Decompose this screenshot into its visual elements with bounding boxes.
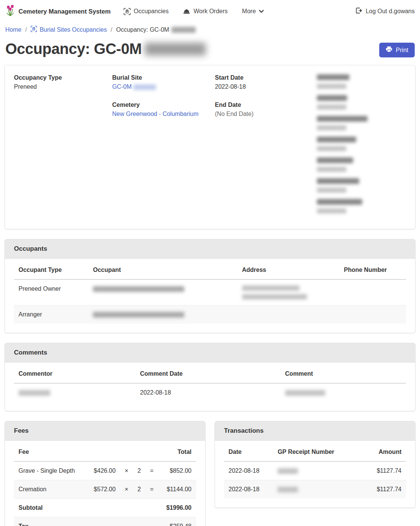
redacted-text (242, 285, 300, 291)
phone-cell (340, 279, 406, 305)
fee-qty-cell: 2 (133, 480, 146, 499)
redacted-label (317, 116, 368, 122)
redacted-text (171, 27, 196, 33)
tax-value: $259.48 (158, 517, 196, 526)
table-row: 2022-08-18 $1127.74 (224, 461, 406, 480)
redacted-text (93, 312, 184, 318)
transactions-card: Transactions Date GP Receipt Number Amou… (215, 421, 415, 508)
start-date-label: Start Date (215, 74, 317, 81)
breadcrumb-current: Occupancy: GC-0M (116, 26, 195, 33)
nav-work-orders[interactable]: Work Orders (183, 8, 227, 15)
end-date-value: (No End Date) (215, 111, 317, 117)
fee-times-cell: × (120, 480, 133, 499)
occupant-cell (88, 279, 237, 305)
printer-icon (386, 46, 392, 54)
navbar: Cemetery Management System Occupancies (0, 0, 420, 23)
cemetery-link[interactable]: New Greenwood - Columbarium (112, 111, 199, 117)
breadcrumb-separator: / (25, 26, 27, 33)
nav-occupancies[interactable]: Occupancies (124, 8, 169, 15)
table-row: 2022-08-18 $1127.74 (224, 480, 406, 499)
comments-header: Comments (5, 343, 415, 362)
subtotal-row: Subtotal $1996.00 (14, 499, 196, 517)
end-date-label: End Date (215, 102, 317, 108)
fee-name-cell: Grave - Single Depth (14, 461, 88, 480)
subtotal-label: Subtotal (14, 499, 158, 517)
redacted-label (317, 95, 347, 101)
chevron-down-icon (259, 9, 264, 13)
nav-items: Occupancies Work Orders More (124, 8, 264, 15)
redacted-field (317, 157, 406, 172)
redacted-field (317, 178, 406, 193)
field-cemetery: Cemetery New Greenwood - Columbarium (112, 102, 215, 117)
table-row: Arranger (14, 305, 406, 324)
phone-cell (340, 305, 406, 324)
transactions-header: Transactions (215, 421, 415, 441)
breadcrumb-burial-sites-label: Burial Sites Occupancies (40, 26, 107, 33)
redacted-text (242, 294, 307, 299)
details-col-2: Burial Site GC-0M Cemetery New Greenwood… (112, 74, 215, 129)
redacted-value (317, 146, 346, 151)
col-date: Date (224, 443, 273, 461)
field-start-date: Start Date 2022-08-18 (215, 74, 317, 90)
col-phone-number: Phone Number (340, 261, 406, 279)
occupants-header: Occupants (5, 239, 415, 259)
fees-table: Fee Total Grave - Single Depth $426.00 ×… (14, 443, 196, 526)
fee-total-cell: $1144.00 (158, 480, 196, 499)
breadcrumb-current-label: Occupancy: GC-0M (116, 26, 169, 33)
commentor-cell (14, 383, 136, 402)
fee-qty-cell: 2 (133, 461, 146, 480)
col-comment: Comment (281, 365, 406, 383)
col-commentor: Commentor (14, 365, 136, 383)
occupant-cell (88, 305, 237, 324)
redacted-field (317, 199, 406, 213)
amount-cell: $1127.74 (360, 480, 406, 499)
breadcrumb-home[interactable]: Home (5, 26, 22, 33)
occupancy-details-card: Occupancy Type Preneed Burial Site GC-0M… (5, 65, 415, 229)
redacted-value (317, 167, 346, 172)
nav-more[interactable]: More (242, 8, 264, 15)
col-comment-date: Comment Date (136, 365, 281, 383)
redacted-text (93, 286, 184, 292)
page-title: Occupancy: GC-0M (5, 40, 206, 57)
comments-card: Comments Commentor Comment Date Comment … (5, 343, 415, 411)
redacted-field (317, 137, 406, 151)
redacted-value (317, 188, 346, 193)
receipt-cell (273, 480, 360, 499)
app-brand[interactable]: Cemetery Management System (5, 5, 111, 18)
occupancy-type-label: Occupancy Type (14, 74, 112, 81)
transaction-date-cell: 2022-08-18 (224, 480, 273, 499)
receipt-cell (273, 461, 360, 480)
redacted-field (317, 95, 406, 110)
tulip-logo-icon (5, 5, 15, 18)
field-burial-site: Burial Site GC-0M (112, 74, 215, 90)
redacted-value (317, 208, 346, 213)
redacted-value (317, 105, 346, 110)
logout-button[interactable]: Log Out d.gowans (355, 7, 415, 15)
redacted-label (317, 199, 362, 205)
redacted-text (278, 468, 298, 474)
fee-total-cell: $852.00 (158, 461, 196, 480)
table-row: Grave - Single Depth $426.00 × 2 = $852.… (14, 461, 196, 480)
redacted-value (317, 125, 346, 130)
subtotal-value: $1996.00 (158, 499, 196, 517)
redacted-text (133, 85, 156, 90)
fees-header: Fees (5, 421, 205, 441)
field-end-date: End Date (No End Date) (215, 102, 317, 117)
address-cell (238, 279, 340, 305)
title-row: Occupancy: GC-0M Print (0, 37, 420, 63)
breadcrumb-burial-sites-occupancies[interactable]: Burial Sites Occupancies (31, 26, 107, 34)
transaction-date-cell: 2022-08-18 (224, 461, 273, 480)
fee-equals-cell: = (145, 480, 158, 499)
fee-name-cell: Cremation (14, 480, 88, 499)
address-cell (238, 305, 340, 324)
details-col-3: Start Date 2022-08-18 End Date (No End D… (215, 74, 317, 129)
redacted-field (317, 116, 406, 130)
print-button[interactable]: Print (379, 43, 415, 57)
nav-more-label: More (242, 8, 256, 15)
redacted-label (317, 137, 356, 142)
burial-site-link[interactable]: GC-0M (112, 83, 156, 90)
fee-equals-cell: = (145, 461, 158, 480)
nav-work-orders-label: Work Orders (193, 8, 227, 15)
field-occupancy-type: Occupancy Type Preneed (14, 74, 112, 90)
breadcrumb-separator: / (111, 26, 112, 33)
